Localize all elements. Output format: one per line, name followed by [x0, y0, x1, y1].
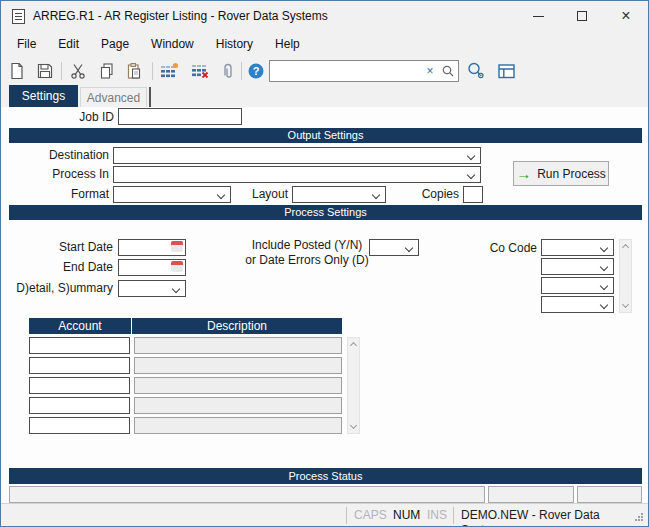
- tab-settings[interactable]: Settings: [9, 85, 78, 107]
- delete-row-icon: [190, 62, 210, 80]
- process-in-select[interactable]: [113, 166, 481, 183]
- chevron-down-icon: [467, 171, 475, 179]
- paste-button[interactable]: [123, 60, 145, 82]
- co-code-select-1[interactable]: [541, 239, 614, 256]
- output-settings-header: Output Settings: [9, 128, 642, 143]
- ins-indicator: INS: [427, 508, 447, 523]
- status-separator: [453, 507, 454, 524]
- menu-page[interactable]: Page: [90, 32, 140, 56]
- process-in-label: Process In: [1, 166, 109, 183]
- include-posted-select[interactable]: [369, 239, 419, 256]
- detail-summary-select[interactable]: [118, 280, 186, 297]
- co-code-select-2[interactable]: [541, 258, 614, 275]
- calendar-icon[interactable]: [171, 261, 183, 272]
- chevron-down-icon: [405, 244, 413, 252]
- maximize-button[interactable]: [560, 1, 604, 31]
- description-cell-5: [134, 417, 342, 434]
- menu-edit[interactable]: Edit: [47, 32, 90, 56]
- cut-button[interactable]: [67, 60, 89, 82]
- layout-button[interactable]: [495, 60, 517, 82]
- clear-search-icon[interactable]: ×: [422, 63, 438, 79]
- co-code-select-4[interactable]: [541, 296, 614, 313]
- run-arrow-icon: →: [516, 168, 531, 180]
- include-posted-label-line2: or Date Errors Only (D): [241, 252, 373, 269]
- scroll-down-icon[interactable]: [350, 422, 357, 429]
- lookup-button[interactable]: [465, 60, 487, 82]
- scroll-up-icon[interactable]: [622, 244, 629, 251]
- toolbar-separator: [61, 62, 62, 80]
- search-input[interactable]: [273, 62, 420, 80]
- tab-strip-divider: [149, 87, 151, 107]
- new-document-icon: [8, 62, 26, 80]
- chevron-down-icon: [600, 282, 608, 290]
- toolbar-separator: [152, 62, 153, 80]
- chevron-down-icon: [467, 152, 475, 160]
- table-header-account: Account: [29, 318, 131, 334]
- status-bar: CAPS NUM INS DEMO.NEW - Rover Data Syste…: [1, 503, 648, 526]
- status-separator: [346, 507, 347, 524]
- scroll-down-icon[interactable]: [622, 301, 629, 308]
- end-date-field: [118, 259, 186, 276]
- account-input-2[interactable]: [29, 357, 130, 374]
- chevron-down-icon: [600, 301, 608, 309]
- session-label: DEMO.NEW - Rover Data Systems: [461, 508, 648, 527]
- copies-label: Copies: [371, 186, 459, 203]
- save-button[interactable]: [34, 60, 56, 82]
- process-status-header: Process Status: [9, 468, 642, 484]
- description-cell-4: [134, 397, 342, 414]
- insert-row-button[interactable]: [158, 60, 180, 82]
- minimize-icon: [533, 16, 544, 17]
- minimize-button[interactable]: [516, 1, 560, 31]
- cut-icon: [69, 62, 87, 80]
- title-bar: ARREG.R1 - AR Register Listing - Rover D…: [1, 1, 648, 31]
- chevron-down-icon: [172, 285, 180, 293]
- run-process-label: Run Process: [537, 167, 606, 181]
- process-status-segment-2: [488, 486, 574, 503]
- destination-select[interactable]: [113, 147, 481, 164]
- account-input-5[interactable]: [29, 417, 130, 434]
- lookup-icon: [466, 61, 486, 81]
- menu-bar: File Edit Page Window History Help: [1, 31, 648, 57]
- copies-input[interactable]: [463, 186, 483, 203]
- account-table-scrollbar[interactable]: [347, 337, 360, 434]
- description-cell-3: [134, 377, 342, 394]
- start-date-label: Start Date: [1, 239, 113, 256]
- account-input-3[interactable]: [29, 377, 130, 394]
- menu-window[interactable]: Window: [140, 32, 205, 56]
- caps-indicator: CAPS: [354, 508, 387, 523]
- copy-button[interactable]: [96, 60, 118, 82]
- window-title: ARREG.R1 - AR Register Listing - Rover D…: [33, 9, 328, 23]
- menu-help[interactable]: Help: [264, 32, 311, 56]
- help-button[interactable]: ?: [245, 60, 267, 82]
- co-code-label: Co Code: [429, 240, 537, 257]
- co-code-scrollbar[interactable]: [619, 239, 632, 313]
- tab-advanced[interactable]: Advanced: [80, 87, 147, 107]
- job-id-input[interactable]: [118, 108, 242, 125]
- form-area: Job ID Output Settings Destination Proce…: [1, 107, 648, 505]
- description-cell-1: [134, 337, 342, 354]
- resize-grip[interactable]: [634, 512, 644, 522]
- scroll-up-icon[interactable]: [350, 342, 357, 349]
- menu-file[interactable]: File: [6, 32, 47, 56]
- destination-label: Destination: [1, 147, 109, 164]
- account-input-1[interactable]: [29, 337, 130, 354]
- app-window: ARREG.R1 - AR Register Listing - Rover D…: [0, 0, 649, 527]
- search-icon[interactable]: [440, 63, 456, 79]
- layout-label: Layout: [211, 186, 288, 203]
- attach-button[interactable]: [217, 60, 239, 82]
- co-code-select-3[interactable]: [541, 277, 614, 294]
- run-process-button[interactable]: → Run Process: [513, 161, 609, 186]
- new-button[interactable]: [6, 60, 28, 82]
- num-indicator: NUM: [393, 508, 420, 523]
- process-status-segment-1: [9, 486, 485, 503]
- close-button[interactable]: ×: [604, 1, 648, 31]
- calendar-icon[interactable]: [171, 241, 183, 252]
- delete-row-button[interactable]: [189, 60, 211, 82]
- app-icon: [12, 9, 25, 24]
- account-input-4[interactable]: [29, 397, 130, 414]
- menu-history[interactable]: History: [205, 32, 264, 56]
- toolbar: ? ×: [1, 57, 648, 85]
- svg-text:?: ?: [253, 65, 260, 77]
- toolbar-separator: [241, 62, 242, 80]
- chevron-down-icon: [600, 244, 608, 252]
